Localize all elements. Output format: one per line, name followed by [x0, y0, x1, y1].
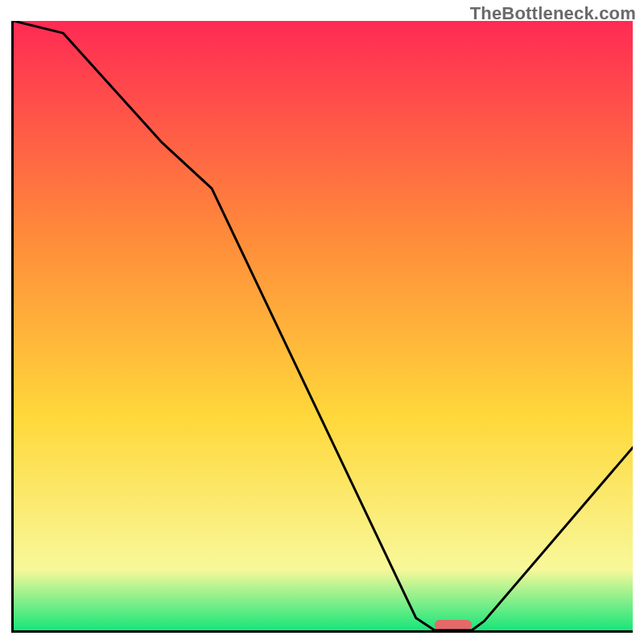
chart-area [11, 21, 633, 633]
optimal-zone-marker [435, 620, 472, 630]
gradient-background [14, 21, 633, 630]
chart-svg [14, 21, 633, 630]
